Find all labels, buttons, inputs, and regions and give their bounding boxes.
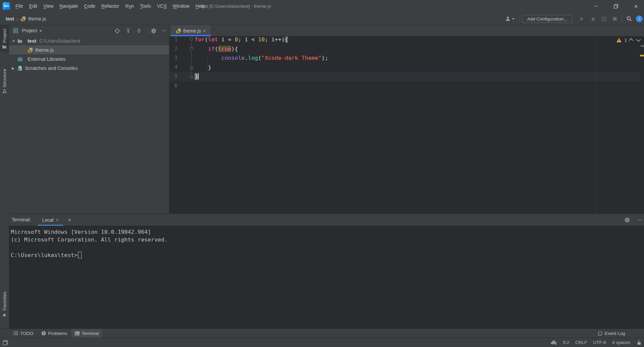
event-log-button[interactable]: Event Log — [594, 329, 629, 338]
hide-terminal-button[interactable] — [637, 217, 643, 223]
editor-body[interactable]: 1 1for(let i = 0; i < 10; i++){2 if(true… — [169, 35, 644, 214]
minus-icon — [162, 31, 166, 31]
tab-close-icon[interactable]: × — [203, 29, 206, 33]
tool-window-button-problems[interactable]: Problems — [38, 329, 71, 338]
no-vcs-cloud-icon[interactable]: ? — [551, 340, 557, 345]
terminal-line: Microsoft Windows [Version 10.0.19042.96… — [11, 228, 644, 236]
line-number: 1 — [169, 35, 177, 44]
tree-item-theme-js[interactable]: JS theme.js — [9, 45, 169, 54]
inspections-widget[interactable]: 1 — [616, 37, 640, 43]
tab-close-icon[interactable]: × — [56, 218, 58, 222]
expand-all-button[interactable] — [125, 28, 131, 34]
favorites-strip-label: Favorites — [2, 292, 7, 310]
tree-label: Scratches and Consoles — [25, 66, 78, 71]
menu-run[interactable]: Run — [122, 0, 137, 12]
toggle-toolwindow-bars-button[interactable] — [3, 340, 8, 345]
stop-icon — [613, 17, 617, 21]
menu-view[interactable]: View — [40, 0, 56, 12]
breadcrumb-separator-icon: › — [16, 16, 18, 22]
line-number: 5 — [169, 72, 177, 81]
scrollbar-mark[interactable] — [641, 45, 644, 47]
terminal-content[interactable]: Microsoft Windows [Version 10.0.19042.96… — [9, 226, 644, 329]
chevron-expanded-icon[interactable]: ▼ — [12, 39, 15, 43]
fold-marker-close-icon[interactable] — [189, 74, 194, 79]
star-icon: ★ — [2, 312, 6, 318]
tool-window-button-favorites[interactable]: Favorites ★ — [0, 289, 9, 321]
file-encoding[interactable]: UTF-8 — [593, 340, 606, 345]
update-arrow-icon: ↑ — [636, 15, 643, 22]
active-tab-underline — [171, 35, 211, 36]
search-everywhere-button[interactable] — [625, 12, 634, 25]
tool-window-button-terminal[interactable]: Terminal — [71, 329, 102, 338]
minimize-button[interactable] — [588, 0, 604, 12]
project-tool-window: Project — [9, 25, 169, 214]
locate-icon — [115, 28, 120, 34]
indent-setting[interactable]: 4 spaces — [612, 340, 630, 345]
code-line[interactable]: for(let i = 0; i < 10; i++){ — [195, 35, 288, 44]
code-line[interactable]: } — [195, 63, 211, 72]
menu-window[interactable]: Window — [170, 0, 193, 12]
toolbar-separator — [519, 15, 520, 22]
code-line[interactable]: if(true){ — [195, 44, 238, 54]
previous-problem-button[interactable] — [629, 38, 634, 43]
caret-position[interactable]: 5:2 — [563, 340, 569, 345]
breadcrumb-project[interactable]: test — [6, 16, 14, 21]
restore-button[interactable] — [608, 0, 624, 12]
layout-icon — [3, 340, 8, 345]
bug-icon — [591, 16, 596, 21]
menu-navigate[interactable]: Navigate — [56, 0, 81, 12]
close-icon: × — [634, 3, 638, 9]
navigation-bar: test › JS theme.js Add Configuration... — [0, 12, 644, 25]
project-view-icon — [13, 28, 18, 33]
event-log-icon — [598, 331, 603, 336]
tool-window-button-structure[interactable]: Structure — [0, 66, 9, 96]
menu-code[interactable]: Code — [81, 0, 98, 12]
menu-vcs[interactable]: VCS — [154, 0, 170, 12]
tree-item-project-root[interactable]: ▼ test C:\Users\lukas\test — [9, 36, 169, 45]
plus-icon: + — [68, 217, 71, 223]
menu-file[interactable]: File — [12, 0, 26, 12]
new-terminal-session-button[interactable]: + — [66, 214, 73, 226]
problems-label: Problems — [48, 331, 67, 336]
search-icon — [626, 16, 632, 22]
svg-text:JS: JS — [176, 31, 179, 33]
unlock-icon[interactable] — [636, 340, 641, 345]
update-notification-button[interactable]: ↑ — [635, 12, 643, 25]
fold-marker-open-icon[interactable] — [189, 37, 194, 42]
stop-button[interactable] — [611, 12, 618, 25]
run-button[interactable] — [578, 12, 586, 25]
locate-file-button[interactable] — [114, 28, 120, 34]
fold-marker-open-icon[interactable] — [189, 47, 194, 51]
svg-text:?: ? — [552, 341, 554, 344]
breadcrumb-file[interactable]: theme.js — [28, 16, 46, 21]
tool-window-button-project[interactable]: Project — [0, 25, 9, 52]
menu-refactor[interactable]: Refactor — [98, 0, 122, 12]
fold-marker-close-icon[interactable] — [189, 65, 194, 70]
collapse-all-icon — [136, 28, 142, 33]
chevron-down-icon[interactable] — [39, 30, 42, 32]
project-panel-title[interactable]: Project — [22, 25, 37, 36]
tree-item-external-libraries[interactable]: External Libraries — [9, 54, 169, 63]
terminal-tab-local[interactable]: Local × — [38, 214, 63, 226]
user-account-button[interactable] — [503, 12, 516, 25]
add-configuration-button[interactable]: Add Configuration... — [522, 15, 572, 23]
scrollbar-warning-mark[interactable] — [640, 55, 644, 56]
next-problem-button[interactable] — [636, 37, 641, 42]
project-settings-button[interactable] — [151, 28, 156, 34]
menu-edit[interactable]: Edit — [26, 0, 40, 12]
chevron-collapsed-icon[interactable]: ▶ — [12, 66, 14, 70]
collapse-all-button[interactable] — [136, 28, 142, 34]
tool-window-button-todo[interactable]: TODO — [10, 329, 37, 338]
menu-tools[interactable]: Tools — [137, 0, 154, 12]
close-button[interactable]: × — [628, 0, 644, 12]
hide-panel-button[interactable] — [161, 28, 167, 34]
code-line[interactable]: console.log("Xcode-dark Theme"); — [195, 53, 328, 63]
line-number: 2 — [169, 44, 177, 54]
tree-item-scratches[interactable]: ▶ Scratches and Consoles — [9, 63, 169, 73]
run-with-coverage-button[interactable] — [600, 12, 608, 25]
code-line[interactable]: } — [195, 72, 199, 81]
terminal-settings-button[interactable] — [624, 217, 630, 223]
ide-window: WS FileEditViewNavigateCodeRefactorRunTo… — [0, 0, 644, 347]
debug-button[interactable] — [589, 12, 597, 25]
line-separator[interactable]: CRLF — [575, 340, 587, 345]
